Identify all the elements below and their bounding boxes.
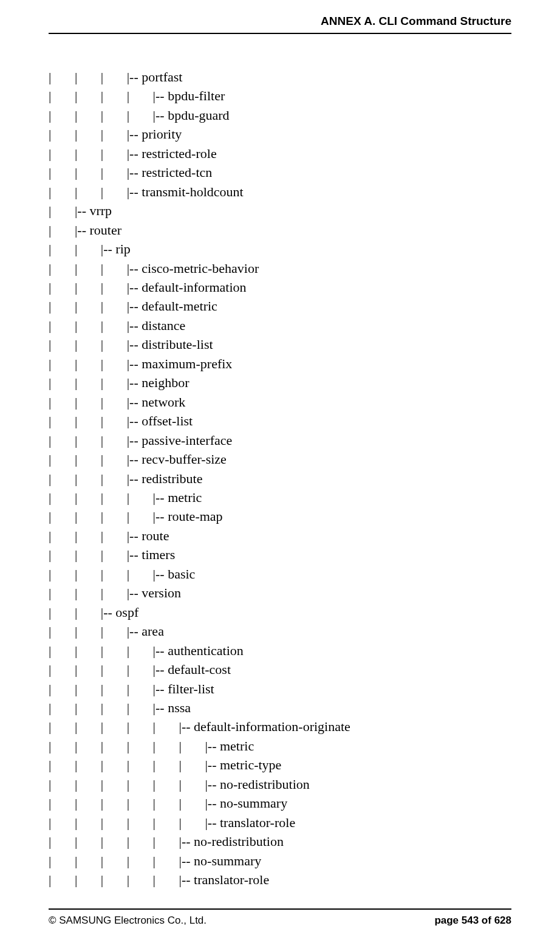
tree-line: | | | |-- network bbox=[49, 394, 185, 410]
tree-line: | | | |-- cisco-metric-behavior bbox=[49, 261, 259, 276]
tree-line: | | | |-- passive-interface bbox=[49, 433, 232, 448]
tree-line: | | | |-- distribute-list bbox=[49, 337, 213, 352]
tree-line: | | | | | |-- no-summary bbox=[49, 853, 261, 868]
tree-line: | | | |-- priority bbox=[49, 126, 182, 142]
tree-line: | | | |-- default-information bbox=[49, 280, 247, 295]
tree-line: | | | | |-- bpdu-filter bbox=[49, 88, 225, 103]
tree-line: | | | | | |-- default-information-origin… bbox=[49, 719, 350, 734]
footer-page-number: page 543 of 628 bbox=[434, 915, 511, 927]
tree-line: | | | |-- version bbox=[49, 585, 181, 600]
tree-line: | | | | | | |-- no-summary bbox=[49, 795, 287, 811]
tree-line: | | | | |-- route-map bbox=[49, 509, 223, 524]
tree-line: | | |-- ospf bbox=[49, 605, 138, 620]
tree-line: | | | |-- timers bbox=[49, 547, 175, 562]
tree-line: | | | | | | |-- metric bbox=[49, 738, 254, 754]
cli-tree-content: | | | |-- portfast | | | | |-- bpdu-filt… bbox=[49, 34, 511, 889]
tree-line: | | | | |-- bpdu-guard bbox=[49, 108, 230, 123]
tree-line: | | | |-- route bbox=[49, 528, 169, 543]
tree-line: | |-- router bbox=[49, 222, 121, 238]
tree-line: | | | |-- default-metric bbox=[49, 298, 217, 314]
tree-line: | | | |-- restricted-tcn bbox=[49, 165, 212, 180]
tree-line: | | | |-- neighbor bbox=[49, 375, 189, 390]
tree-line: | | | |-- portfast bbox=[49, 69, 182, 84]
header-title: ANNEX A. CLI Command Structure bbox=[321, 15, 511, 27]
tree-line: | | | |-- area bbox=[49, 623, 164, 639]
footer-copyright: © SAMSUNG Electronics Co., Ltd. bbox=[49, 915, 207, 927]
page-header: ANNEX A. CLI Command Structure bbox=[49, 0, 511, 34]
tree-line: | | | | | | |-- no-redistribution bbox=[49, 777, 310, 792]
tree-line: | | |-- rip bbox=[49, 241, 131, 256]
page-footer: © SAMSUNG Electronics Co., Ltd. page 543… bbox=[49, 908, 511, 927]
tree-line: | | | |-- transmit-holdcount bbox=[49, 184, 244, 199]
document-page: ANNEX A. CLI Command Structure | | | |--… bbox=[0, 0, 560, 951]
tree-line: | | | | |-- nssa bbox=[49, 700, 191, 715]
tree-line: | | | |-- distance bbox=[49, 318, 185, 333]
tree-line: | | | |-- restricted-role bbox=[49, 146, 217, 161]
tree-line: | | | | | |-- no-redistribution bbox=[49, 834, 284, 849]
footer-page-label: page 543 of 628 bbox=[434, 915, 511, 926]
tree-line: | | | |-- maximum-prefix bbox=[49, 356, 232, 371]
tree-line: | | | |-- recv-buffer-size bbox=[49, 451, 227, 467]
tree-line: | | | |-- offset-list bbox=[49, 413, 193, 428]
tree-line: | | | | |-- basic bbox=[49, 566, 195, 582]
tree-line: | | | | | | |-- metric-type bbox=[49, 757, 281, 772]
tree-line: | | | | |-- authentication bbox=[49, 643, 244, 658]
tree-line: | | | | |-- metric bbox=[49, 490, 202, 505]
tree-line: | |-- vrrp bbox=[49, 203, 112, 218]
tree-line: | | | |-- redistribute bbox=[49, 471, 202, 486]
tree-line: | | | | | |-- translator-role bbox=[49, 872, 269, 887]
tree-line: | | | | |-- default-cost bbox=[49, 662, 231, 677]
tree-line: | | | | |-- filter-list bbox=[49, 681, 214, 696]
tree-line: | | | | | | |-- translator-role bbox=[49, 815, 295, 830]
